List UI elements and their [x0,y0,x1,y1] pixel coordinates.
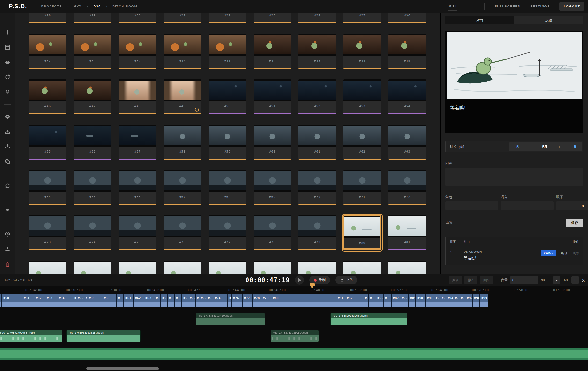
timeline-shot-clip[interactable]: #.. [453,294,459,307]
storyboard-card[interactable]: #43 [298,34,336,69]
timeline-shot-clip[interactable]: #51 [22,294,34,307]
audio-clip[interactable]: rec_1770373373925.webm [271,330,319,342]
storyboard-card[interactable]: #38 [74,34,111,69]
playhead-line[interactable] [312,286,313,360]
timeline-shot-clip[interactable]: #. [228,294,232,307]
timeline-shot-clip[interactable]: #82 [345,294,364,307]
storyboard-card[interactable]: #59 [209,125,246,160]
storyboard-card[interactable]: #33 [253,13,291,23]
timeline-shot-clip[interactable]: #62 [134,294,144,307]
tab-dialogue[interactable]: 对白 [445,16,514,24]
storyboard-card[interactable]: #81 [388,215,426,250]
storyboard-card[interactable]: #87 [253,261,291,273]
storyboard-card[interactable]: #79 [298,215,336,250]
storyboard-card[interactable]: #50 [209,79,246,114]
storyboard-card[interactable]: #60 [253,125,291,160]
timeline-shot-clip[interactable]: #58 [87,294,102,307]
timeline-shot-clip[interactable]: #74 [213,294,228,307]
timeline-shot-clip[interactable]: #91 [426,294,434,307]
timeline-shot-clip[interactable]: #... [188,294,196,307]
timeline-shot-clip[interactable]: #... [175,294,182,307]
timeline-shot-clip[interactable]: #77 [243,294,252,307]
storyboard-card[interactable]: #76 [164,215,201,250]
storyboard-card[interactable]: #29 [74,13,111,23]
breadcrumb-item[interactable]: PROJECTS [41,5,62,8]
sidebar-button-sync[interactable] [4,182,11,189]
timeline-shot-clip[interactable]: #. [196,294,199,307]
timeline-shot-clip[interactable]: #81 [336,294,345,307]
timeline-shot-clip[interactable]: #90 [416,294,426,307]
storyboard-card[interactable]: #61 [298,125,336,160]
timeline-shot-clip[interactable]: #.. [76,294,84,307]
storyboard-card[interactable]: #73 [29,215,66,250]
timeline-shot-clip[interactable]: #98 [473,294,480,307]
shot-preview-image[interactable] [445,31,583,100]
storyboard-card[interactable]: #51 [253,79,291,114]
timeline-shot-clip[interactable]: #94 [446,294,453,307]
sidebar-button-copy[interactable] [4,158,11,165]
horizontal-scrollbar[interactable] [86,367,159,370]
storyboard-card[interactable]: #57 [119,125,156,160]
storyboard-card[interactable]: #31 [164,13,201,23]
storyboard-card[interactable]: #28 [29,13,66,23]
timeline-shot-clip[interactable]: #. [364,294,369,307]
storyboard-card[interactable]: #70 [298,170,336,205]
storyboard-card[interactable]: #49 [164,79,201,114]
timeline-shot-clip[interactable]: #... [199,294,206,307]
track-action-button[interactable]: 换轨 [449,276,462,284]
tab-feedback[interactable]: 反馈 [514,16,583,24]
track-action-button[interactable]: 删除 [480,276,493,284]
storyboard-card[interactable]: #82 [29,261,66,273]
plus-1-button[interactable]: + [558,144,561,149]
storyboard-card[interactable]: #58 [164,125,201,160]
storyboard-card[interactable]: #30 [119,13,156,23]
timeline-shot-clip[interactable]: #.. [434,294,440,307]
timeline-shot-clip[interactable]: #... [168,294,175,307]
content-textarea[interactable] [445,168,583,186]
play-button[interactable] [295,275,304,285]
sidebar-button-inbox-in[interactable] [4,246,11,253]
storyboard-card[interactable]: #72 [388,170,426,205]
user-menu[interactable]: MILI [448,5,458,8]
storyboard-card-selected[interactable]: #80 [343,215,381,250]
storyboard-card[interactable]: #32 [209,13,246,23]
timeline-shot-clip[interactable]: #... [117,294,124,307]
storyboard-card[interactable]: #78 [253,215,291,250]
fullscreen-button[interactable]: FULLSCREEN [495,5,521,8]
audio-clip[interactable]: rec_1770364373410.webm [196,313,265,325]
storyboard-card[interactable]: #37 [29,34,66,69]
breadcrumb-item[interactable]: HYY [74,5,82,8]
storyboard-card[interactable]: #89 [343,261,381,273]
order-input[interactable] [556,201,588,210]
sidebar-button-upload[interactable] [4,143,11,150]
storyboard-card[interactable]: #88 [298,261,336,273]
timeline-shot-clip[interactable]: #52 [34,294,45,307]
save-button[interactable]: 保存 [566,219,583,227]
sidebar-button-minus-circle[interactable] [4,113,11,120]
storyboard-card[interactable]: #84 [119,261,156,273]
sidebar-button-redo[interactable] [4,74,11,81]
storyboard-card[interactable]: #46 [29,79,66,114]
breadcrumb-item[interactable]: PITCH ROOM [112,5,137,8]
storyboard-card[interactable]: #35 [343,13,381,23]
storyboard-card[interactable]: #47 [74,79,111,114]
timeline-shot-clip[interactable]: #.. [206,294,211,307]
storyboard-card[interactable]: #67 [164,170,201,205]
storyboard-card[interactable]: #75 [119,215,156,250]
storyboard-card[interactable]: #83 [74,261,111,273]
storyboard-card[interactable]: #52 [298,79,336,114]
timeline-shot-clip[interactable]: #79 [261,294,271,307]
storyboard-card[interactable]: #54 [388,79,426,114]
storyboard-card[interactable]: #53 [343,79,381,114]
timeline-shot-clip[interactable]: #63 [144,294,154,307]
storyboard-card[interactable]: #66 [119,170,156,205]
timeline-shot-clip[interactable]: #.. [459,294,465,307]
timeline-shot-clip[interactable]: #53 [45,294,57,307]
storyboard-card[interactable]: #74 [74,215,111,250]
timeline-shot-clip[interactable]: #89 [409,294,416,307]
timeline-shot-clip[interactable]: #78 [252,294,261,307]
timeline-shot-clip[interactable]: #61 [124,294,134,307]
timeline-shot-clip[interactable]: #99 [480,294,488,307]
sidebar-button-trash[interactable] [4,261,11,268]
sidebar-button-grid[interactable] [4,44,11,51]
